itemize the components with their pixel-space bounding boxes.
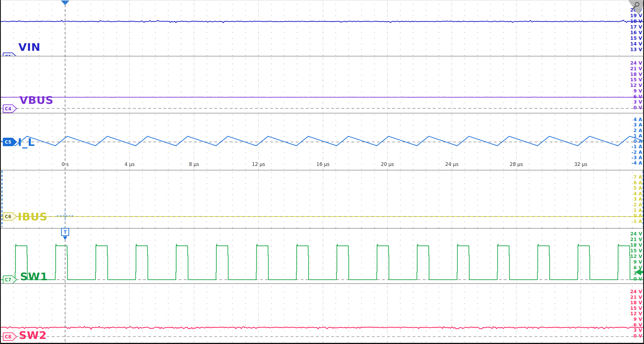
oscilloscope-display: C1VIN20 V19 V18 V17 V16 V15 V14 V13 VC4V… <box>0 0 644 344</box>
channel-badge-c1[interactable]: C1 <box>2 52 18 56</box>
channel-label-vin: VIN <box>18 41 40 53</box>
tick-label-sw1: 18 V <box>618 242 642 248</box>
tick-label-vin: 19 V <box>618 13 642 19</box>
tick-label-vin: 13 V <box>618 47 642 53</box>
channel-badge-text: C6 <box>5 214 11 219</box>
channel-badge-c7[interactable]: C7 <box>2 275 18 283</box>
channel-badge-c4[interactable]: C4 <box>2 104 18 113</box>
tick-label-vin: 18 V <box>618 18 642 25</box>
tick-label-sw1: 12 V <box>618 253 642 260</box>
tick-label-vin: 14 V <box>618 41 642 47</box>
tick-label-vbus: 21 V <box>618 66 642 72</box>
tick-label-vbus: 3 V <box>618 99 642 105</box>
tick-label-vin: 17 V <box>618 24 642 30</box>
channel-badge-text: C8 <box>5 334 11 339</box>
time-axis-label: 8 µs <box>181 161 207 167</box>
tick-label-sw1: 21 V <box>618 236 642 243</box>
channel-panel-ibus[interactable]: C6IBUS <box>1 170 643 228</box>
tick-label-sw1: 15 V <box>618 248 642 254</box>
tick-label-vin: 20 V <box>618 7 642 13</box>
waveform-sw1 <box>1 229 643 283</box>
tick-label-vbus: 15 V <box>618 77 642 83</box>
time-axis-label: 12 µs <box>246 161 272 167</box>
waveform-vbus <box>1 56 643 113</box>
time-axis-label: 28 µs <box>503 161 529 167</box>
channel-badge-text: C4 <box>5 106 11 111</box>
tick-label-vbus: 6 V <box>618 94 642 100</box>
channel-label-sw1: SW1 <box>20 271 48 283</box>
tick-label-sw1: 6 V <box>618 265 642 271</box>
tick-label-vin: 16 V <box>618 30 642 36</box>
tick-label-vbus: 9 V <box>618 88 642 94</box>
tick-label-vbus: 0 V <box>618 105 642 111</box>
tick-label-sw1: 24 V <box>618 231 642 237</box>
channel-label-ibus: IBUS <box>18 211 47 223</box>
time-axis-label: 16 µs <box>310 161 336 167</box>
tick-label-sw2: 0 V <box>618 333 642 339</box>
time-axis-label: 0 s <box>52 161 78 167</box>
channel-badge-c5[interactable]: C5 <box>2 137 18 147</box>
time-axis-label: 4 µs <box>117 161 143 167</box>
tick-label-sw1: 0 V <box>618 276 642 282</box>
tick-label-sw1: 9 V <box>618 259 642 265</box>
channel-panel-vin[interactable]: C1VIN <box>1 0 643 56</box>
channel-label-il: I_L <box>18 137 35 148</box>
tick-label-vbus: 12 V <box>618 82 642 89</box>
waveform-ibus <box>1 170 643 228</box>
time-axis-label: 24 µs <box>439 161 465 167</box>
time-axis-label: 32 µs <box>568 161 594 167</box>
channel-badge-c6[interactable]: C6 <box>2 211 18 222</box>
channel-badge-c8[interactable]: C8 <box>2 332 18 342</box>
channel-label-vbus: VBUS <box>19 95 54 106</box>
tick-label-sw1: 3 V <box>618 270 642 277</box>
waveform-sw2 <box>1 284 643 344</box>
channel-badge-text: C5 <box>5 140 11 145</box>
time-axis-label: 20 µs <box>374 161 400 167</box>
channel-panel-sw2[interactable]: C8SW2 <box>1 283 643 344</box>
waveform-vin <box>1 0 643 56</box>
tick-label-vbus: 24 V <box>618 60 642 66</box>
tick-label-vin: 15 V <box>618 35 642 41</box>
channel-panel-sw1[interactable]: C7SW1 <box>1 228 643 283</box>
tick-label-il: -4 A <box>618 160 642 166</box>
tick-label-vbus: 18 V <box>618 71 642 78</box>
channel-panel-vbus[interactable]: C4VBUS <box>1 56 643 113</box>
tick-label-ibus: -1 A <box>618 218 642 225</box>
channel-label-sw2: SW2 <box>19 330 47 341</box>
channel-badge-text: C7 <box>5 277 11 282</box>
